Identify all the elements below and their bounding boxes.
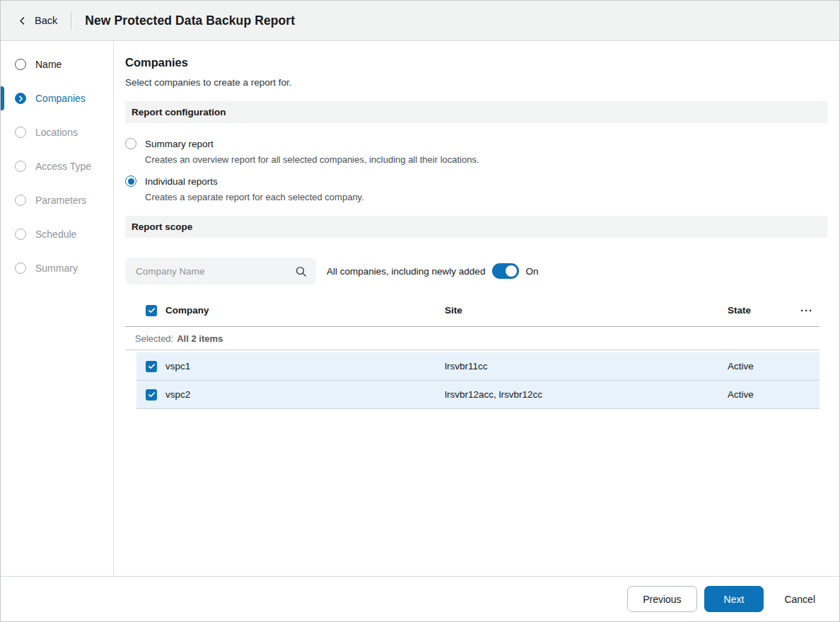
step-circle-icon <box>15 59 26 70</box>
radio-option-individual-reports: Individual reports Creates a separate re… <box>125 175 827 202</box>
chevron-left-icon <box>18 16 27 25</box>
company-search-input[interactable] <box>134 265 289 277</box>
company-cell: vspc1 <box>165 361 445 372</box>
check-icon <box>148 391 156 398</box>
radio-label: Individual reports <box>145 176 218 187</box>
sidebar-item-locations[interactable]: Locations <box>1 115 113 149</box>
toggle-state-text: On <box>525 266 538 277</box>
toggle-knob <box>506 265 517 277</box>
company-cell: vspc2 <box>165 389 445 400</box>
selected-prefix: Selected: <box>135 333 173 344</box>
check-icon <box>148 362 156 370</box>
table-row[interactable]: vspc1 lrsvbr11cc Active <box>136 352 819 381</box>
step-circle-icon <box>15 127 26 138</box>
individual-reports-radio[interactable]: Individual reports <box>125 175 827 187</box>
table-body: vspc1 lrsvbr11cc Active vspc2 lrsvbr12ac… <box>136 352 819 409</box>
step-circle-icon <box>15 229 26 240</box>
topbar-divider <box>71 11 71 30</box>
search-icon <box>295 265 307 277</box>
next-button[interactable]: Next <box>704 586 764 612</box>
companies-table: Company Site State ··· Selected: All 2 i… <box>125 294 819 409</box>
sidebar-item-summary[interactable]: Summary <box>1 251 113 285</box>
step-circle-icon <box>15 263 26 274</box>
selection-summary: Selected: All 2 items <box>125 327 819 350</box>
row-checkbox[interactable] <box>146 361 157 372</box>
column-header-company[interactable]: Company <box>165 305 445 316</box>
radio-label: Summary report <box>145 139 214 149</box>
section-report-scope: Report scope <box>125 216 827 238</box>
scope-controls: All companies, including newly added On <box>125 258 827 284</box>
sidebar-item-name[interactable]: Name <box>1 47 113 81</box>
sidebar-item-schedule[interactable]: Schedule <box>1 217 113 251</box>
row-checkbox[interactable] <box>146 389 157 401</box>
report-configuration-options: Summary report Creates an overview repor… <box>125 138 827 202</box>
column-header-site[interactable]: Site <box>445 305 723 316</box>
all-companies-toggle-label: All companies, including newly added <box>327 266 485 277</box>
back-label: Back <box>35 15 57 26</box>
company-search-box <box>125 258 316 284</box>
sidebar-item-companies[interactable]: Companies <box>1 81 113 115</box>
radio-unselected-icon <box>125 138 136 149</box>
radio-description: Creates an overview report for all selec… <box>145 154 827 165</box>
site-cell: lrsvbr12acc, lrsvbr12cc <box>445 389 723 400</box>
table-row[interactable]: vspc2 lrsvbr12acc, lrsvbr12cc Active <box>136 381 819 409</box>
step-label: Access Type <box>35 161 91 172</box>
step-title: Companies <box>125 56 827 69</box>
step-circle-icon <box>15 195 26 206</box>
radio-description: Creates a separate report for each selec… <box>145 192 827 202</box>
step-content: Companies Select companies to create a r… <box>114 41 839 576</box>
step-subtitle: Select companies to create a report for. <box>125 77 827 88</box>
step-label: Name <box>35 59 62 70</box>
sidebar-item-access-type[interactable]: Access Type <box>1 149 113 183</box>
radio-option-summary-report: Summary report Creates an overview repor… <box>125 138 827 165</box>
column-header-state[interactable]: State <box>723 305 794 316</box>
section-report-configuration: Report configuration <box>125 101 827 123</box>
state-cell: Active <box>723 389 794 400</box>
step-circle-icon <box>15 161 26 172</box>
topbar: Back New Protected Data Backup Report <box>1 1 839 41</box>
sidebar-item-parameters[interactable]: Parameters <box>1 183 113 217</box>
site-cell: lrsvbr11cc <box>445 361 723 372</box>
column-options-button[interactable]: ··· <box>794 307 819 314</box>
chevron-right-icon <box>15 93 26 104</box>
wizard-window: Back New Protected Data Backup Report Na… <box>0 0 840 622</box>
cancel-button[interactable]: Cancel <box>784 586 815 612</box>
page-title: New Protected Data Backup Report <box>85 13 295 28</box>
previous-button[interactable]: Previous <box>627 586 696 612</box>
all-companies-toggle[interactable] <box>492 263 519 279</box>
step-label: Schedule <box>35 229 76 240</box>
back-button[interactable]: Back <box>18 15 57 26</box>
wizard-footer: Previous Next Cancel <box>1 576 839 621</box>
step-label: Locations <box>35 127 78 138</box>
step-label: Companies <box>35 93 86 104</box>
summary-report-radio[interactable]: Summary report <box>125 138 827 149</box>
more-options-icon: ··· <box>800 307 813 314</box>
step-label: Summary <box>35 263 78 274</box>
select-all-checkbox[interactable] <box>146 305 157 316</box>
selected-count: All 2 items <box>177 333 223 344</box>
wizard-steps-sidebar: Name Companies Locations Access Type Par… <box>1 41 114 576</box>
radio-selected-icon <box>125 175 136 187</box>
step-label: Parameters <box>35 195 86 206</box>
check-icon <box>148 306 156 314</box>
table-header-row: Company Site State ··· <box>125 294 819 327</box>
state-cell: Active <box>723 361 794 372</box>
